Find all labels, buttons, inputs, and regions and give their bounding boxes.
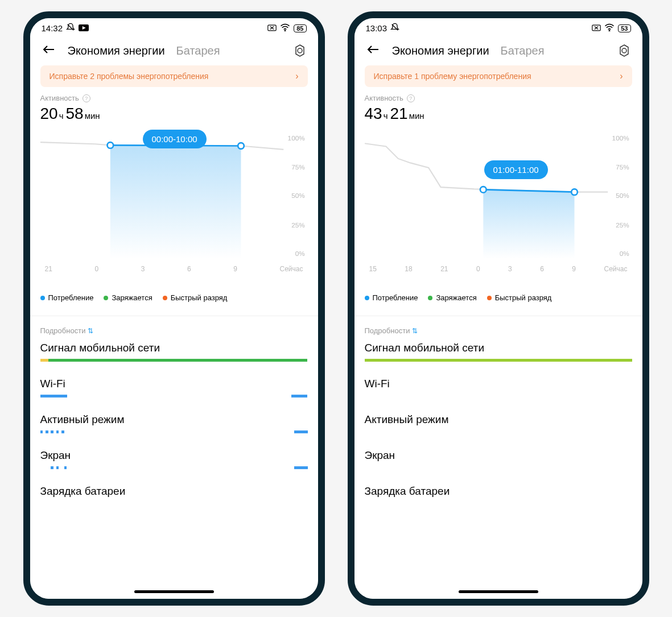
usage-bar-segment: [294, 430, 308, 433]
screen: 14:32 85 Экономия энергии Батарея Исправ…: [30, 18, 318, 599]
sort-icon: ⇅: [88, 327, 93, 335]
screen: 13:03 53 Экономия энергии Батарея Исправ…: [354, 18, 642, 599]
detail-item[interactable]: Экран: [40, 449, 308, 469]
warning-banner[interactable]: Исправьте 2 проблемы энергопотребления ›: [40, 65, 308, 87]
usage-bar-segment: [56, 430, 59, 433]
phone-frame: 13:03 53 Экономия энергии Батарея Исправ…: [348, 11, 649, 606]
chart-svg: 100% 75% 50% 25% 0%: [365, 130, 632, 260]
tab-power-saving[interactable]: Экономия энергии: [68, 44, 165, 57]
chart-legend: Потребление Заряжается Быстрый разряд: [365, 293, 632, 302]
details-label[interactable]: Подробности ⇅: [40, 326, 308, 335]
legend-charging: Заряжается: [104, 293, 152, 302]
detail-item[interactable]: Активный режим: [40, 413, 308, 433]
banner-text: Исправьте 1 проблему энергопотребления: [374, 72, 531, 81]
detail-title: Экран: [40, 449, 308, 462]
legend-consumption: Потребление: [365, 293, 418, 302]
detail-title: Сигнал мобильной сети: [40, 342, 308, 354]
usage-bar-segment: [46, 430, 48, 433]
usage-bar-segment: [56, 466, 59, 469]
usage-bar-segment: [51, 466, 53, 469]
usage-bar: [40, 466, 308, 469]
activity-label: Активность ?: [365, 94, 632, 102]
back-icon[interactable]: [42, 43, 56, 59]
tab-battery[interactable]: Батарея: [176, 44, 220, 57]
legend-fast-drain: Быстрый разряд: [163, 293, 228, 302]
detail-title: Зарядка батареи: [365, 485, 632, 498]
tab-battery[interactable]: Батарея: [501, 44, 545, 57]
usage-bar-segment: [40, 359, 48, 362]
home-indicator[interactable]: [459, 590, 538, 593]
svg-text:75%: 75%: [616, 163, 629, 171]
chart-svg: 100% 75% 50% 25% 0%: [40, 130, 308, 260]
usage-bar: [365, 359, 632, 362]
time-range-badge: 01:00-11:00: [484, 160, 548, 179]
svg-point-14: [609, 30, 611, 31]
usage-bar-segment: [48, 359, 308, 362]
svg-point-16: [622, 48, 626, 53]
svg-point-22: [480, 187, 486, 193]
detail-item[interactable]: Wi-Fi: [365, 378, 632, 397]
svg-text:25%: 25%: [616, 221, 629, 229]
svg-point-11: [107, 142, 113, 148]
svg-text:0%: 0%: [295, 250, 305, 257]
divider: [30, 316, 318, 316]
detail-item[interactable]: Сигнал мобильной сети: [40, 342, 308, 362]
activity-duration: 43ч21мин: [365, 105, 632, 123]
usage-bar: [40, 359, 308, 362]
svg-text:25%: 25%: [291, 221, 305, 229]
warning-banner[interactable]: Исправьте 1 проблему энергопотребления ›: [365, 65, 632, 87]
detail-item[interactable]: Wi-Fi: [40, 378, 308, 397]
activity-label: Активность ?: [40, 94, 308, 102]
legend-charging: Заряжается: [428, 293, 476, 302]
x-tick: Сейчас: [604, 265, 628, 273]
activity-duration: 20ч58мин: [40, 105, 308, 123]
detail-title: Зарядка батареи: [40, 485, 308, 498]
svg-text:100%: 100%: [612, 134, 629, 142]
svg-point-3: [285, 30, 286, 31]
youtube-icon: [79, 23, 89, 33]
sort-icon: ⇅: [412, 327, 418, 335]
svg-text:50%: 50%: [291, 192, 305, 199]
detail-title: Активный режим: [365, 413, 632, 426]
svg-text:50%: 50%: [616, 192, 629, 199]
usage-bar: [40, 395, 308, 397]
close-box-icon: [592, 23, 601, 33]
battery-chart[interactable]: 01:00-11:00 100% 75% 50% 25% 0% 15182103…: [365, 130, 632, 283]
detail-item[interactable]: Зарядка батареи: [365, 485, 632, 505]
details-label[interactable]: Подробности ⇅: [365, 326, 632, 335]
gear-icon[interactable]: [293, 44, 307, 57]
status-time: 14:32: [42, 23, 63, 33]
detail-item[interactable]: Экран: [365, 449, 632, 469]
chart-legend: Потребление Заряжается Быстрый разряд: [40, 293, 308, 302]
battery-chart[interactable]: 00:00-10:00 100% 75% 50% 25% 0% 210369Се…: [40, 130, 308, 283]
dnd-icon: [390, 23, 399, 34]
divider: [354, 316, 642, 316]
x-tick: 3: [508, 265, 512, 273]
detail-item[interactable]: Сигнал мобильной сети: [365, 342, 632, 362]
tab-power-saving[interactable]: Экономия энергии: [392, 44, 489, 57]
gear-icon[interactable]: [617, 44, 631, 57]
battery-icon: 85: [294, 24, 306, 32]
detail-item[interactable]: Зарядка батареи: [40, 485, 308, 505]
usage-bar: [365, 430, 632, 433]
usage-bar: [40, 430, 308, 433]
legend-fast-drain: Быстрый разряд: [487, 293, 552, 302]
legend-consumption: Потребление: [40, 293, 94, 302]
x-tick: 21: [45, 265, 52, 273]
help-icon[interactable]: ?: [407, 94, 415, 102]
time-range-badge: 00:00-10:00: [143, 130, 207, 148]
home-indicator[interactable]: [134, 590, 214, 593]
usage-bar-segment: [294, 466, 308, 469]
back-icon[interactable]: [366, 43, 381, 59]
x-tick: 0: [94, 265, 98, 273]
x-tick: 18: [405, 265, 412, 273]
usage-bar-segment: [40, 395, 67, 397]
usage-bar-segment: [40, 430, 43, 433]
x-tick: 0: [476, 265, 480, 273]
wifi-icon: [604, 23, 615, 33]
usage-bar-segment: [61, 430, 64, 433]
x-tick: 15: [369, 265, 377, 273]
status-bar: 14:32 85: [30, 18, 318, 36]
help-icon[interactable]: ?: [83, 94, 90, 102]
detail-item[interactable]: Активный режим: [365, 413, 632, 433]
